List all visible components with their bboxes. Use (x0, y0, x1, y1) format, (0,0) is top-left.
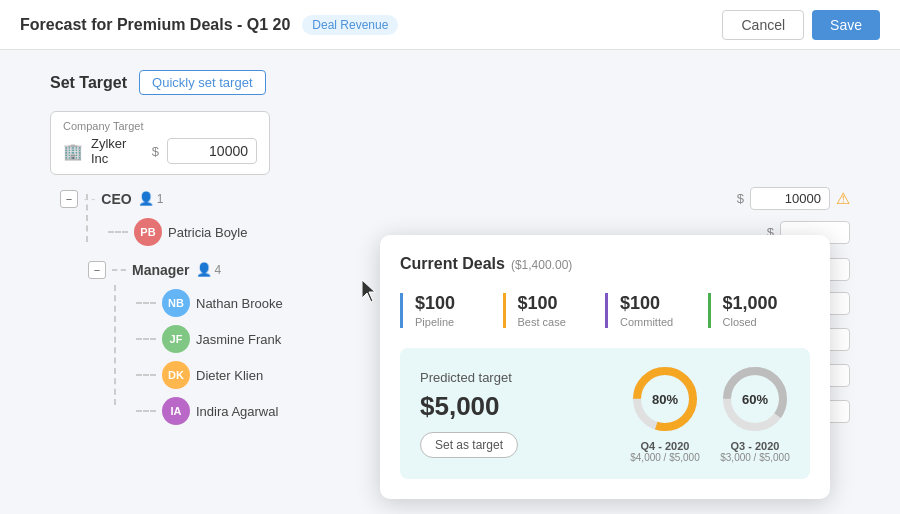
member-avatar: DK (162, 361, 190, 389)
manager-user-count: 👤 4 (196, 262, 222, 277)
deal-label: Pipeline (415, 316, 503, 328)
chart-quarter: Q3 - 2020 (720, 440, 790, 452)
warning-icon: ⚠ (836, 189, 850, 208)
building-icon: 🏢 (63, 142, 83, 161)
deal-amount: $100 (415, 293, 503, 314)
deal-label: Best case (518, 316, 606, 328)
predicted-amount: $5,000 (420, 391, 610, 422)
member-avatar: IA (162, 397, 190, 425)
predicted-left: Predicted target $5,000 Set as target (420, 370, 610, 458)
chart-quarter: Q4 - 2020 (630, 440, 700, 452)
header-left: Forecast for Premium Deals - Q1 20 Deal … (20, 15, 398, 35)
h-connector-member (136, 302, 156, 304)
ceo-role-label: CEO (101, 191, 131, 207)
ceo-target-input[interactable] (750, 187, 830, 210)
popup-title: Current Deals (400, 255, 505, 273)
header: Forecast for Premium Deals - Q1 20 Deal … (0, 0, 900, 50)
dollar-sign: $ (152, 144, 159, 159)
cancel-button[interactable]: Cancel (722, 10, 804, 40)
manager-role-label: Manager (132, 262, 190, 278)
h-connector-member (136, 374, 156, 376)
chart-group: 80% Q4 - 2020 $4,000 / $5,000 60% Q3 - 2… (630, 364, 790, 463)
ceo-dollar: $ (737, 191, 744, 206)
predicted-label: Predicted target (420, 370, 610, 385)
deal-item: $100 Best case (503, 293, 606, 328)
main-content: Set Target Quickly set target Company Ta… (0, 50, 900, 453)
predicted-box: Predicted target $5,000 Set as target 80… (400, 348, 810, 479)
donut-percent: 80% (652, 392, 678, 407)
manager-collapse-button[interactable]: − (88, 261, 106, 279)
company-target-label: Company Target (63, 120, 257, 132)
ceo-collapse-button[interactable]: − (60, 190, 78, 208)
deal-amount: $100 (620, 293, 708, 314)
donut-percent: 60% (742, 392, 768, 407)
users-icon: 👤 (196, 262, 212, 277)
deal-revenue-badge: Deal Revenue (302, 15, 398, 35)
h-connector-member (136, 338, 156, 340)
deal-amount: $100 (518, 293, 606, 314)
patricia-avatar: PB (134, 218, 162, 246)
deal-item: $100 Committed (605, 293, 708, 328)
quickly-set-button[interactable]: Quickly set target (139, 70, 265, 95)
deal-amount: $1,000 (723, 293, 811, 314)
member-avatar: NB (162, 289, 190, 317)
popup-card: Current Deals ($1,400.00) $100 Pipeline … (380, 235, 830, 499)
h-connector-manager (112, 269, 126, 271)
company-name: Zylker Inc (91, 136, 144, 166)
chart-item: 60% Q3 - 2020 $3,000 / $5,000 (720, 364, 790, 463)
v-connector-team (114, 285, 116, 405)
v-connector-patricia (86, 194, 88, 242)
set-as-target-button[interactable]: Set as target (420, 432, 518, 458)
user-icon: 👤 (138, 191, 154, 206)
h-connector-member (136, 410, 156, 412)
deals-row: $100 Pipeline $100 Best case $100 Commit… (400, 293, 810, 328)
chart-values: $3,000 / $5,000 (720, 452, 790, 463)
save-button[interactable]: Save (812, 10, 880, 40)
header-actions: Cancel Save (722, 10, 880, 40)
donut-chart: 60% (720, 364, 790, 434)
set-target-label: Set Target (50, 74, 127, 92)
donut-chart: 80% (630, 364, 700, 434)
page-title: Forecast for Premium Deals - Q1 20 (20, 16, 290, 34)
ceo-user-count: 👤 1 (138, 191, 164, 206)
popup-subtitle: ($1,400.00) (511, 258, 572, 272)
ceo-row: − - - CEO 👤 1 $ ⚠ (60, 187, 850, 210)
set-target-row: Set Target Quickly set target (50, 70, 850, 95)
h-connector-patricia (108, 231, 128, 233)
deal-item: $1,000 Closed (708, 293, 811, 328)
deal-label: Committed (620, 316, 708, 328)
chart-values: $4,000 / $5,000 (630, 452, 700, 463)
company-target-box: Company Target 🏢 Zylker Inc $ (50, 111, 270, 175)
deal-item: $100 Pipeline (400, 293, 503, 328)
deal-label: Closed (723, 316, 811, 328)
company-target-input[interactable] (167, 138, 257, 164)
company-target-inner: 🏢 Zylker Inc $ (63, 136, 257, 166)
chart-item: 80% Q4 - 2020 $4,000 / $5,000 (630, 364, 700, 463)
member-avatar: JF (162, 325, 190, 353)
